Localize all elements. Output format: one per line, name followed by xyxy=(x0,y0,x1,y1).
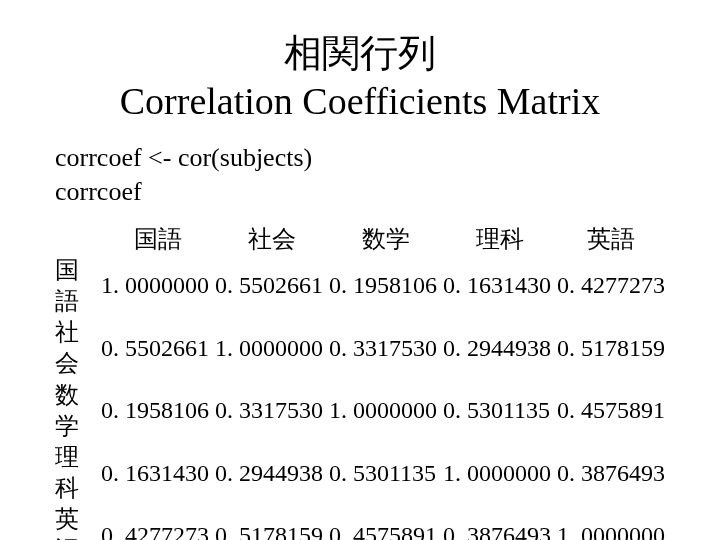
matrix-cell: 1. 0000000 xyxy=(329,380,443,442)
matrix-row: 英語 0. 4277273 0. 5178159 0. 4575891 0. 3… xyxy=(55,504,665,540)
matrix-cell: 0. 5178159 xyxy=(557,317,665,379)
matrix-cell: 0. 1958106 xyxy=(101,380,215,442)
row-label: 国語 xyxy=(55,255,101,317)
row-label: 理科 xyxy=(55,442,101,504)
matrix-cell: 1. 0000000 xyxy=(443,442,557,504)
matrix-cell: 0. 2944938 xyxy=(215,442,329,504)
matrix-row: 国語 1. 0000000 0. 5502661 0. 1958106 0. 1… xyxy=(55,255,665,317)
matrix-cell: 0. 3876493 xyxy=(557,442,665,504)
matrix-row: 社会 0. 5502661 1. 0000000 0. 3317530 0. 2… xyxy=(55,317,665,379)
col-header: 社会 xyxy=(215,224,329,255)
matrix-cell: 0. 3876493 xyxy=(443,504,557,540)
matrix-cell: 0. 2944938 xyxy=(443,317,557,379)
title-japanese: 相関行列 xyxy=(55,28,665,79)
matrix-cell: 1. 0000000 xyxy=(101,255,215,317)
matrix-cell: 0. 1958106 xyxy=(329,255,443,317)
matrix-cell: 0. 1631430 xyxy=(443,255,557,317)
matrix-cell: 0. 4277273 xyxy=(101,504,215,540)
code-line-1: corrcoef <- cor(subjects) xyxy=(55,141,665,175)
correlation-matrix: 国語 社会 数学 理科 英語 国語 1. 0000000 0. 5502661 … xyxy=(55,224,665,540)
matrix-cell: 0. 4277273 xyxy=(557,255,665,317)
row-label: 社会 xyxy=(55,317,101,379)
matrix-cell: 0. 1631430 xyxy=(101,442,215,504)
matrix-cell: 0. 3317530 xyxy=(215,380,329,442)
matrix-cell: 0. 5178159 xyxy=(215,504,329,540)
col-header: 国語 xyxy=(101,224,215,255)
col-header: 理科 xyxy=(443,224,557,255)
col-header: 数学 xyxy=(329,224,443,255)
col-header: 英語 xyxy=(557,224,665,255)
matrix-cell: 0. 5301135 xyxy=(329,442,443,504)
matrix-cell: 0. 5301135 xyxy=(443,380,557,442)
matrix-cell: 1. 0000000 xyxy=(557,504,665,540)
row-label: 英語 xyxy=(55,504,101,540)
matrix-cell: 1. 0000000 xyxy=(215,317,329,379)
matrix-cell: 0. 5502661 xyxy=(101,317,215,379)
row-label: 数学 xyxy=(55,380,101,442)
matrix-cell: 0. 4575891 xyxy=(557,380,665,442)
title-english: Correlation Coefficients Matrix xyxy=(55,79,665,123)
matrix-header-row: 国語 社会 数学 理科 英語 xyxy=(55,224,665,255)
matrix-cell: 0. 3317530 xyxy=(329,317,443,379)
matrix-cell: 0. 4575891 xyxy=(329,504,443,540)
code-block: corrcoef <- cor(subjects) corrcoef xyxy=(55,141,665,209)
matrix-row: 理科 0. 1631430 0. 2944938 0. 5301135 1. 0… xyxy=(55,442,665,504)
code-line-2: corrcoef xyxy=(55,175,665,209)
matrix-row: 数学 0. 1958106 0. 3317530 1. 0000000 0. 5… xyxy=(55,380,665,442)
matrix-cell: 0. 5502661 xyxy=(215,255,329,317)
